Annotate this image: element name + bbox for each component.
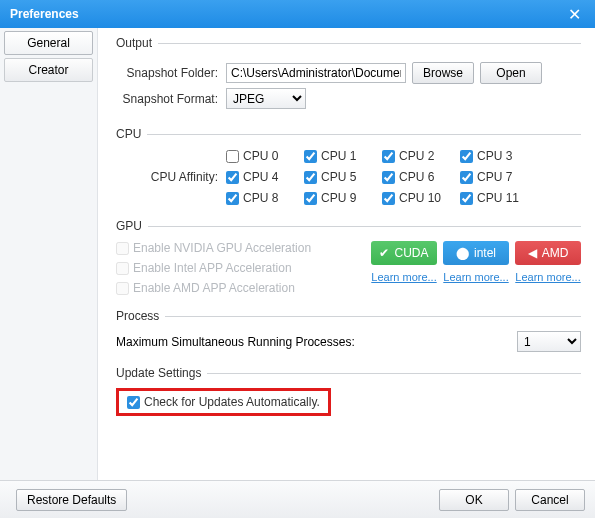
learn-more-amd[interactable]: Learn more...: [515, 271, 581, 283]
cpu0-checkbox[interactable]: CPU 0: [226, 149, 300, 163]
cpu8-checkbox[interactable]: CPU 8: [226, 191, 300, 205]
cpu6-checkbox[interactable]: CPU 6: [382, 167, 456, 187]
nvidia-checkbox[interactable]: Enable NVIDIA GPU Acceleration: [116, 241, 371, 255]
browse-button[interactable]: Browse: [412, 62, 474, 84]
learn-more-intel[interactable]: Learn more...: [443, 271, 509, 283]
snapshot-format-label: Snapshot Format:: [116, 92, 226, 106]
tab-creator[interactable]: Creator: [4, 58, 93, 82]
cancel-button[interactable]: Cancel: [515, 489, 585, 511]
cpu7-checkbox[interactable]: CPU 7: [460, 167, 534, 187]
cuda-button[interactable]: ✔CUDA: [371, 241, 437, 265]
open-button[interactable]: Open: [480, 62, 542, 84]
update-group: Update Settings Check for Updates Automa…: [116, 366, 581, 416]
cpu3-checkbox[interactable]: CPU 3: [460, 149, 534, 163]
process-group: Process Maximum Simultaneous Running Pro…: [116, 309, 581, 352]
cpu9-checkbox[interactable]: CPU 9: [304, 191, 378, 205]
learn-more-cuda[interactable]: Learn more...: [371, 271, 437, 283]
cpu-group: CPU CPU 0 CPU 1 CPU 2 CPU 3 CPU Affinity…: [116, 127, 581, 205]
ok-button[interactable]: OK: [439, 489, 509, 511]
intel-icon: ⬤: [456, 246, 469, 260]
snapshot-format-select[interactable]: JPEG: [226, 88, 306, 109]
cpu2-checkbox[interactable]: CPU 2: [382, 149, 456, 163]
amd-button[interactable]: ◀AMD: [515, 241, 581, 265]
cpu5-checkbox[interactable]: CPU 5: [304, 167, 378, 187]
max-processes-label: Maximum Simultaneous Running Processes:: [116, 335, 517, 349]
restore-defaults-button[interactable]: Restore Defaults: [16, 489, 127, 511]
gpu-group: GPU Enable NVIDIA GPU Acceleration Enabl…: [116, 219, 581, 295]
footer: Restore Defaults OK Cancel: [0, 480, 595, 518]
content-pane: Output Snapshot Folder: Browse Open Snap…: [98, 28, 595, 480]
tab-general[interactable]: General: [4, 31, 93, 55]
snapshot-folder-label: Snapshot Folder:: [116, 66, 226, 80]
intel-checkbox[interactable]: Enable Intel APP Acceleration: [116, 261, 371, 275]
max-processes-select[interactable]: 1: [517, 331, 581, 352]
cpu1-checkbox[interactable]: CPU 1: [304, 149, 378, 163]
cpu-legend: CPU: [116, 127, 147, 141]
check-updates-checkbox[interactable]: Check for Updates Automatically.: [127, 395, 320, 409]
close-icon[interactable]: ✕: [564, 5, 585, 24]
update-highlight: Check for Updates Automatically.: [116, 388, 331, 416]
snapshot-folder-input[interactable]: [226, 63, 406, 83]
sidebar: General Creator: [0, 28, 98, 480]
cpu11-checkbox[interactable]: CPU 11: [460, 191, 534, 205]
update-legend: Update Settings: [116, 366, 207, 380]
gpu-legend: GPU: [116, 219, 148, 233]
output-group: Output Snapshot Folder: Browse Open Snap…: [116, 36, 581, 113]
cpu-affinity-label: CPU Affinity:: [116, 167, 226, 187]
tab-label: General: [27, 36, 70, 50]
cpu4-checkbox[interactable]: CPU 4: [226, 167, 300, 187]
output-legend: Output: [116, 36, 158, 50]
window-title: Preferences: [10, 7, 79, 21]
cpu10-checkbox[interactable]: CPU 10: [382, 191, 456, 205]
intel-button[interactable]: ⬤intel: [443, 241, 509, 265]
amd-icon: ◀: [528, 246, 537, 260]
process-legend: Process: [116, 309, 165, 323]
check-icon: ✔: [379, 246, 389, 260]
tab-label: Creator: [28, 63, 68, 77]
amd-checkbox[interactable]: Enable AMD APP Acceleration: [116, 281, 371, 295]
titlebar: Preferences ✕: [0, 0, 595, 28]
